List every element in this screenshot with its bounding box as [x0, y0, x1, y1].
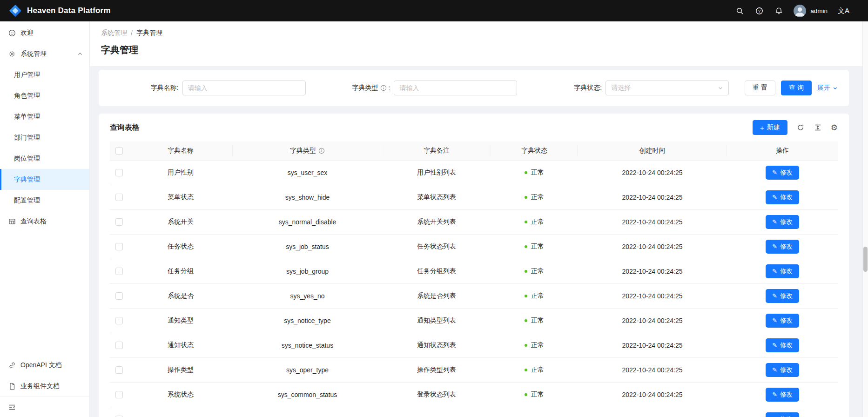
edit-icon: ✎ — [772, 169, 777, 175]
column-settings-icon[interactable]: ⚙ — [831, 123, 838, 132]
table-row: 通知类型 sys_notice_type 通知类型列表 正常 2022-10-2… — [110, 308, 838, 333]
col-created-at: 创建时间 — [578, 141, 727, 160]
chevron-down-icon — [718, 85, 723, 91]
table-header-row: 字典名称 字典类型 字典备注 字典状态 创建时间 操作 — [110, 141, 838, 160]
cell-dict-type: sys_show_hide — [233, 185, 382, 209]
menu-fold-icon[interactable] — [8, 404, 16, 411]
sidebar-item-role-mgmt[interactable]: 角色管理 — [0, 85, 89, 106]
sidebar-item-config-mgmt[interactable]: 配置管理 — [0, 190, 89, 211]
table-card: 查询表格 + 新建 ⚙ — [99, 114, 849, 417]
status-badge: 正常 — [525, 168, 544, 177]
expand-toggle[interactable]: 展开 — [817, 84, 838, 92]
dict-type-input[interactable] — [394, 81, 517, 95]
row-checkbox[interactable] — [115, 169, 123, 176]
menu-label: 岗位管理 — [14, 155, 40, 163]
edit-button[interactable]: ✎修改 — [766, 289, 799, 303]
select-all-checkbox[interactable] — [115, 147, 123, 155]
cell-dict-remark: 通知状态列表 — [382, 333, 491, 357]
row-checkbox[interactable] — [115, 292, 123, 300]
sidebar-item-dept-mgmt[interactable]: 部门管理 — [0, 127, 89, 148]
info-icon — [318, 148, 325, 154]
dict-status-select[interactable]: 请选择 — [606, 81, 729, 95]
sidebar-item-welcome[interactable]: 欢迎 — [0, 22, 89, 43]
cell-created-at: 2022-10-24 00:24:25 — [578, 185, 727, 209]
cell-dict-name: 任务状态 — [128, 234, 233, 259]
cell-created-at: 2022-10-24 00:24:25 — [578, 333, 727, 357]
edit-button[interactable]: ✎修改 — [766, 166, 799, 180]
sidebar-item-post-mgmt[interactable]: 岗位管理 — [0, 148, 89, 169]
cell-created-at: 2022-10-24 00:24:25 — [578, 283, 727, 308]
sidebar-item-menu-mgmt[interactable]: 菜单管理 — [0, 106, 89, 127]
scrollbar-thumb[interactable] — [863, 247, 868, 272]
sidebar-item-query-table[interactable]: 查询表格 — [0, 211, 89, 232]
table-row: 任务分组 sys_job_group 任务分组列表 正常 2022-10-24 … — [110, 259, 838, 283]
breadcrumb: 系统管理 / 字典管理 — [101, 29, 857, 37]
breadcrumb-item[interactable]: 系统管理 — [101, 29, 127, 37]
dict-name-label: 字典名称: — [151, 84, 179, 92]
scrollbar[interactable] — [862, 21, 868, 417]
table-row: 系统是否 sys_yes_no 系统是否列表 正常 2022-10-24 00:… — [110, 283, 838, 308]
row-checkbox[interactable] — [115, 194, 123, 201]
status-badge: 正常 — [525, 390, 544, 399]
search-button[interactable]: 查 询 — [781, 81, 812, 95]
cell-dict-type: sys_notice_type — [233, 308, 382, 333]
table-row: 操作类型 sys_oper_type 操作类型列表 正常 2022-10-24 … — [110, 357, 838, 382]
edit-icon: ✎ — [772, 391, 777, 397]
edit-button[interactable]: ✎修改 — [766, 190, 799, 204]
dict-status-label: 字典状态: — [574, 84, 602, 92]
search-icon[interactable] — [735, 6, 744, 15]
edit-button[interactable]: ✎修改 — [766, 264, 799, 278]
row-checkbox[interactable] — [115, 366, 123, 374]
sidebar-link-biz-docs[interactable]: 业务组件文档 — [0, 376, 89, 397]
bell-icon[interactable] — [774, 6, 783, 15]
sidebar-item-dict-mgmt[interactable]: 字典管理 — [0, 169, 89, 190]
row-checkbox[interactable] — [115, 218, 123, 226]
username: admin — [810, 7, 828, 14]
link-icon — [8, 362, 16, 369]
cell-created-at: 2022-10-24 00:24:25 — [578, 209, 727, 234]
avatar[interactable] — [794, 5, 806, 17]
dict-type-label: 字典类型 : — [352, 84, 390, 92]
cell-dict-type: sys_user_sex — [233, 160, 382, 185]
row-checkbox[interactable] — [115, 243, 123, 250]
col-dict-type: 字典类型 — [233, 141, 382, 160]
menu-label: 字典管理 — [14, 175, 40, 184]
reset-button[interactable]: 重 置 — [745, 81, 775, 95]
cell-dict-remark: 菜单状态列表 — [382, 185, 491, 209]
table-toolbar: 查询表格 + 新建 ⚙ — [110, 114, 838, 141]
edit-button[interactable]: ✎修改 — [766, 215, 799, 229]
row-checkbox[interactable] — [115, 342, 123, 349]
table-row: 任务状态 sys_job_status 任务状态列表 正常 2022-10-24… — [110, 234, 838, 259]
sidebar-link-openapi[interactable]: OpenAPI 文档 — [0, 355, 89, 376]
density-icon[interactable] — [814, 123, 822, 132]
dict-name-input[interactable] — [182, 81, 306, 95]
status-dot-icon — [525, 245, 527, 248]
row-checkbox[interactable] — [115, 391, 123, 398]
cell-dict-remark: 系统是否列表 — [382, 283, 491, 308]
menu-label: 部门管理 — [14, 134, 40, 142]
menu-label: 欢迎 — [20, 29, 34, 37]
svg-text:?: ? — [758, 8, 760, 13]
sidebar-menu: 欢迎 系统管理 用户管理 角色管理 菜单管理 部门管理 岗位管理 字典管理 — [0, 21, 89, 355]
translate-icon[interactable]: 文A — [838, 6, 849, 15]
dict-table: 字典名称 字典类型 字典备注 字典状态 创建时间 操作 — [110, 141, 838, 417]
edit-button[interactable]: ✎修改 — [766, 412, 799, 417]
sidebar: 欢迎 系统管理 用户管理 角色管理 菜单管理 部门管理 岗位管理 字典管理 — [0, 21, 90, 417]
app-logo[interactable]: Heaven Data Platform — [8, 4, 111, 18]
edit-button[interactable]: ✎修改 — [766, 338, 799, 352]
sidebar-group-system[interactable]: 系统管理 — [0, 43, 89, 64]
reload-icon[interactable] — [796, 123, 805, 132]
row-checkbox[interactable] — [115, 317, 123, 324]
filter-dict-type: 字典类型 : — [322, 81, 533, 95]
cell-created-at: 2022-10-24 00:24:25 — [578, 382, 727, 407]
help-icon[interactable]: ? — [754, 6, 764, 15]
edit-button[interactable]: ✎修改 — [766, 363, 799, 377]
edit-button[interactable]: ✎修改 — [766, 314, 799, 328]
row-checkbox[interactable] — [115, 268, 123, 275]
account-menu[interactable]: admin — [794, 5, 828, 17]
sidebar-item-user-mgmt[interactable]: 用户管理 — [0, 64, 89, 85]
edit-button[interactable]: ✎修改 — [766, 240, 799, 254]
new-button[interactable]: + 新建 — [753, 120, 787, 135]
cell-dict-name: 通知状态 — [128, 333, 233, 357]
edit-button[interactable]: ✎修改 — [766, 388, 799, 402]
